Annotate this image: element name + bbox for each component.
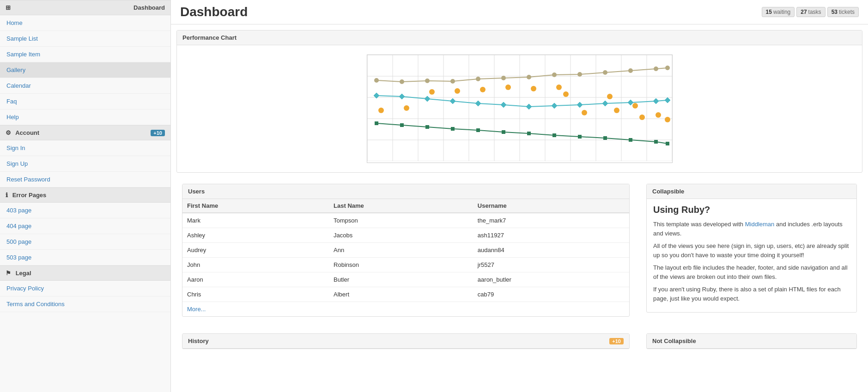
- two-col-bottom: History +10 Not Collapsible: [176, 328, 862, 355]
- table-row: ChrisAlbertcab79: [182, 287, 629, 302]
- col-first-name: First Name: [182, 199, 329, 213]
- svg-marker-38: [526, 104, 532, 109]
- sidebar-item-calendar[interactable]: Calendar: [0, 78, 170, 94]
- sidebar-item-sign-in[interactable]: Sign In: [0, 140, 170, 156]
- svg-point-67: [582, 110, 587, 115]
- table-cell-username: audann84: [473, 243, 629, 258]
- svg-point-26: [552, 72, 557, 77]
- account-badge: +10: [151, 130, 165, 136]
- svg-point-58: [378, 108, 384, 113]
- users-more-link[interactable]: More...: [182, 302, 210, 316]
- svg-point-59: [404, 105, 409, 111]
- col-last-name: Last Name: [329, 199, 473, 213]
- legal-section-title: Legal: [16, 270, 31, 277]
- svg-point-69: [614, 108, 619, 113]
- chart-container: [182, 50, 857, 168]
- sidebar-item-403[interactable]: 403 page: [0, 203, 170, 218]
- svg-rect-48: [451, 127, 455, 131]
- collapsible-p1: This template was developed with Middlem…: [653, 220, 850, 238]
- header-stats: 15 waiting 27 tasks 53 tickets: [762, 7, 859, 17]
- svg-point-62: [480, 87, 486, 92]
- svg-marker-42: [628, 100, 633, 105]
- account-section-title: Account: [15, 129, 39, 136]
- svg-point-19: [374, 78, 379, 83]
- svg-marker-33: [399, 94, 405, 99]
- stat-tasks-num: 27: [801, 9, 807, 15]
- sidebar-dashboard-header: ⊞ Dashboard: [0, 0, 170, 15]
- sidebar-item-faq[interactable]: Faq: [0, 94, 170, 109]
- svg-rect-49: [476, 128, 480, 132]
- table-cell-username: jr5527: [473, 258, 629, 272]
- svg-marker-40: [577, 102, 583, 108]
- svg-rect-52: [552, 133, 556, 137]
- stat-tasks-label: tasks: [808, 9, 821, 15]
- stat-waiting: 15 waiting: [762, 7, 795, 17]
- sidebar-item-503[interactable]: 503 page: [0, 250, 170, 265]
- users-table-wrap: First Name Last Name Username MarkTompso…: [182, 199, 629, 316]
- table-cell-last: Albert: [329, 287, 473, 302]
- sidebar-item-privacy-policy[interactable]: Privacy Policy: [0, 281, 170, 296]
- stat-tasks: 27 tasks: [796, 7, 825, 17]
- collapsible-p2: All of the views you see here (sign in, …: [653, 241, 850, 259]
- svg-point-71: [639, 115, 645, 120]
- table-cell-first: Aaron: [182, 272, 329, 287]
- sidebar-item-sign-up[interactable]: Sign Up: [0, 156, 170, 172]
- stat-waiting-num: 15: [766, 9, 772, 15]
- svg-point-27: [577, 72, 582, 77]
- stat-tickets: 53 tickets: [827, 7, 859, 17]
- table-cell-first: John: [182, 258, 329, 272]
- sidebar-item-gallery[interactable]: Gallery: [0, 62, 170, 78]
- svg-point-64: [531, 86, 536, 91]
- svg-marker-36: [475, 101, 481, 106]
- collapsible-header: Collapsible: [647, 184, 856, 199]
- table-cell-first: Chris: [182, 287, 329, 302]
- table-row: AshleyJacobsash11927: [182, 228, 629, 243]
- sidebar-item-sample-list[interactable]: Sample List: [0, 31, 170, 47]
- svg-rect-51: [527, 132, 531, 135]
- collapsible-p3: The layout erb file includes the header,…: [653, 263, 850, 281]
- middleman-link[interactable]: Middleman: [745, 221, 775, 228]
- table-cell-last: Jacobs: [329, 228, 473, 243]
- svg-point-21: [425, 78, 430, 83]
- table-cell-last: Butler: [329, 272, 473, 287]
- performance-chart-section: Performance Chart: [176, 30, 862, 173]
- stat-waiting-label: waiting: [773, 9, 790, 15]
- collapsible-title: Collapsible: [652, 188, 684, 195]
- table-cell-last: Ann: [329, 243, 473, 258]
- svg-rect-55: [629, 138, 632, 142]
- svg-point-30: [654, 66, 658, 71]
- sidebar-item-home[interactable]: Home: [0, 15, 170, 31]
- svg-rect-54: [603, 136, 607, 140]
- sidebar-dashboard-title: Dashboard: [134, 4, 165, 11]
- svg-rect-56: [654, 140, 658, 144]
- svg-point-63: [505, 84, 511, 90]
- error-icon: ℹ: [6, 192, 8, 199]
- legal-icon: ⚑: [6, 270, 11, 277]
- two-col-main: Users First Name Last Name Username Mark…: [176, 178, 862, 322]
- collapsible-box: Collapsible Using Ruby? This template wa…: [646, 184, 857, 313]
- main-content: Dashboard 15 waiting 27 tasks 53 tickets…: [171, 0, 868, 392]
- svg-rect-50: [502, 130, 505, 134]
- svg-rect-57: [666, 142, 669, 145]
- users-title: Users: [188, 188, 205, 195]
- svg-point-70: [632, 103, 638, 109]
- table-row: MarkTompsonthe_mark7: [182, 213, 629, 228]
- sidebar-item-reset-password[interactable]: Reset Password: [0, 172, 170, 187]
- table-row: AudreyAnnaudann84: [182, 243, 629, 258]
- users-section: Users First Name Last Name Username Mark…: [176, 178, 635, 322]
- sidebar-error-header: ℹ Error Pages: [0, 187, 170, 203]
- users-header: Users: [182, 184, 629, 199]
- sidebar-item-help[interactable]: Help: [0, 109, 170, 125]
- sidebar-item-404[interactable]: 404 page: [0, 218, 170, 234]
- table-cell-last: Tompson: [329, 213, 473, 228]
- svg-marker-41: [602, 101, 608, 106]
- svg-rect-45: [375, 121, 378, 125]
- svg-rect-46: [400, 123, 404, 127]
- sidebar-item-terms[interactable]: Terms and Conditions: [0, 296, 170, 312]
- sidebar-item-500[interactable]: 500 page: [0, 234, 170, 250]
- stat-tickets-label: tickets: [839, 9, 855, 15]
- svg-point-72: [656, 112, 661, 118]
- history-header: History +10: [182, 334, 629, 349]
- svg-marker-35: [450, 98, 455, 104]
- sidebar-item-sample-item[interactable]: Sample Item: [0, 47, 170, 62]
